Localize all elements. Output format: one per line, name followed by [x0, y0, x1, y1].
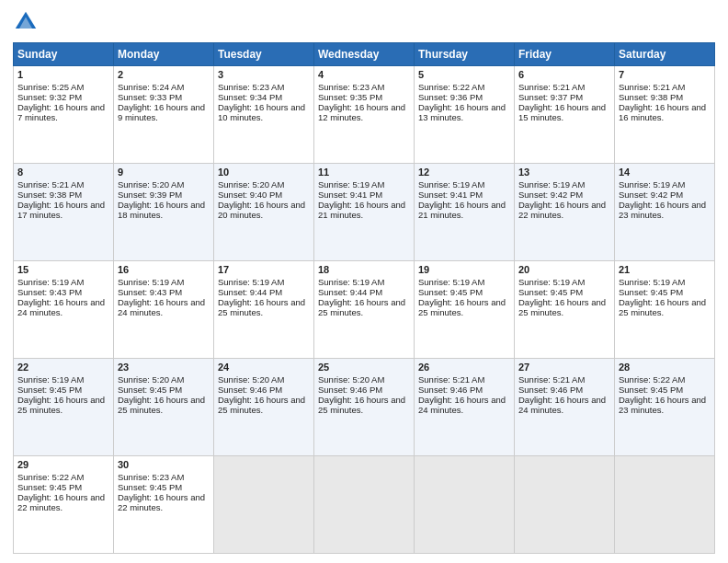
sunrise-text: Sunrise: 5:20 AM: [218, 179, 284, 190]
sunset-text: Sunset: 9:34 PM: [218, 92, 282, 102]
sunrise-text: Sunrise: 5:19 AM: [418, 277, 484, 287]
day-number: 14: [619, 167, 711, 178]
daylight-text: Daylight: 16 hours and 25 minutes.: [118, 395, 205, 415]
sunrise-text: Sunrise: 5:22 AM: [418, 82, 484, 92]
sunset-text: Sunset: 9:40 PM: [218, 190, 282, 200]
calendar-cell: 26 Sunrise: 5:21 AM Sunset: 9:46 PM Dayl…: [415, 359, 515, 456]
header: [13, 9, 715, 35]
daylight-text: Daylight: 16 hours and 17 minutes.: [17, 200, 105, 220]
calendar-cell: 13 Sunrise: 5:19 AM Sunset: 9:42 PM Dayl…: [515, 164, 615, 261]
daylight-text: Daylight: 16 hours and 13 minutes.: [418, 102, 506, 122]
sunrise-text: Sunrise: 5:21 AM: [518, 82, 585, 92]
sunset-text: Sunset: 9:45 PM: [17, 385, 82, 395]
sunrise-text: Sunrise: 5:19 AM: [518, 179, 585, 190]
day-number: 5: [418, 69, 510, 80]
day-number: 7: [619, 69, 711, 80]
daylight-text: Daylight: 16 hours and 22 minutes.: [118, 492, 205, 512]
sunset-text: Sunset: 9:41 PM: [318, 190, 382, 200]
sunset-text: Sunset: 9:38 PM: [17, 190, 82, 200]
daylight-text: Daylight: 16 hours and 25 minutes.: [518, 297, 606, 317]
daylight-text: Daylight: 16 hours and 24 minutes.: [17, 297, 105, 317]
sunset-text: Sunset: 9:43 PM: [118, 287, 182, 297]
calendar-cell: 20 Sunrise: 5:19 AM Sunset: 9:45 PM Dayl…: [515, 261, 615, 359]
sunset-text: Sunset: 9:45 PM: [118, 482, 182, 492]
daylight-text: Daylight: 16 hours and 10 minutes.: [218, 102, 305, 122]
daylight-text: Daylight: 16 hours and 16 minutes.: [619, 102, 706, 122]
sunrise-text: Sunrise: 5:19 AM: [17, 277, 84, 287]
daylight-text: Daylight: 16 hours and 22 minutes.: [17, 492, 105, 512]
sunrise-text: Sunrise: 5:21 AM: [418, 374, 484, 385]
sunrise-text: Sunrise: 5:19 AM: [518, 277, 585, 287]
day-number: 21: [619, 264, 711, 275]
calendar-cell: 8 Sunrise: 5:21 AM Sunset: 9:38 PM Dayli…: [14, 164, 114, 261]
day-number: 19: [418, 264, 510, 275]
day-number: 27: [518, 362, 610, 373]
sunrise-text: Sunrise: 5:23 AM: [318, 82, 384, 92]
sunrise-text: Sunrise: 5:21 AM: [518, 374, 585, 385]
calendar-cell: 1 Sunrise: 5:25 AM Sunset: 9:32 PM Dayli…: [14, 66, 114, 164]
calendar-cell: 25 Sunrise: 5:20 AM Sunset: 9:46 PM Dayl…: [314, 359, 415, 456]
sunset-text: Sunset: 9:45 PM: [17, 482, 82, 492]
sunrise-text: Sunrise: 5:23 AM: [218, 82, 284, 92]
calendar-cell: 21 Sunrise: 5:19 AM Sunset: 9:45 PM Dayl…: [615, 261, 715, 359]
sunset-text: Sunset: 9:39 PM: [118, 190, 182, 200]
sunset-text: Sunset: 9:42 PM: [518, 190, 583, 200]
sunrise-text: Sunrise: 5:19 AM: [218, 277, 284, 287]
logo-icon: [13, 9, 39, 35]
daylight-text: Daylight: 16 hours and 7 minutes.: [17, 102, 105, 122]
day-header-thursday: Thursday: [415, 43, 515, 66]
calendar-week-4: 22 Sunrise: 5:19 AM Sunset: 9:45 PM Dayl…: [14, 359, 715, 456]
day-header-tuesday: Tuesday: [214, 43, 314, 66]
day-number: 17: [218, 264, 310, 275]
sunrise-text: Sunrise: 5:22 AM: [17, 472, 84, 482]
day-number: 4: [318, 69, 410, 80]
daylight-text: Daylight: 16 hours and 12 minutes.: [318, 102, 405, 122]
day-number: 3: [218, 69, 310, 80]
day-number: 24: [218, 362, 310, 373]
daylight-text: Daylight: 16 hours and 21 minutes.: [418, 200, 506, 220]
daylight-text: Daylight: 16 hours and 21 minutes.: [318, 200, 405, 220]
day-number: 23: [118, 362, 210, 373]
daylight-text: Daylight: 16 hours and 22 minutes.: [518, 200, 606, 220]
sunrise-text: Sunrise: 5:25 AM: [17, 82, 84, 92]
calendar-cell: [314, 456, 415, 554]
sunset-text: Sunset: 9:37 PM: [518, 92, 583, 102]
sunrise-text: Sunrise: 5:21 AM: [17, 179, 84, 190]
day-number: 2: [118, 69, 210, 80]
calendar-cell: 28 Sunrise: 5:22 AM Sunset: 9:45 PM Dayl…: [615, 359, 715, 456]
sunrise-text: Sunrise: 5:19 AM: [418, 179, 484, 190]
day-header-monday: Monday: [114, 43, 214, 66]
sunrise-text: Sunrise: 5:22 AM: [619, 374, 685, 385]
daylight-text: Daylight: 16 hours and 18 minutes.: [118, 200, 205, 220]
day-number: 30: [118, 459, 210, 470]
sunrise-text: Sunrise: 5:19 AM: [118, 277, 184, 287]
day-number: 13: [518, 167, 610, 178]
calendar-cell: 2 Sunrise: 5:24 AM Sunset: 9:33 PM Dayli…: [114, 66, 214, 164]
calendar-cell: 19 Sunrise: 5:19 AM Sunset: 9:45 PM Dayl…: [415, 261, 515, 359]
calendar-cell: [615, 456, 715, 554]
daylight-text: Daylight: 16 hours and 25 minutes.: [318, 297, 405, 317]
calendar-cell: [214, 456, 314, 554]
calendar-cell: 18 Sunrise: 5:19 AM Sunset: 9:44 PM Dayl…: [314, 261, 415, 359]
calendar-cell: 30 Sunrise: 5:23 AM Sunset: 9:45 PM Dayl…: [114, 456, 214, 554]
day-header-friday: Friday: [515, 43, 615, 66]
sunset-text: Sunset: 9:46 PM: [418, 385, 483, 395]
sunset-text: Sunset: 9:45 PM: [418, 287, 483, 297]
day-number: 22: [17, 362, 109, 373]
calendar-week-5: 29 Sunrise: 5:22 AM Sunset: 9:45 PM Dayl…: [14, 456, 715, 554]
sunset-text: Sunset: 9:45 PM: [118, 385, 182, 395]
sunset-text: Sunset: 9:44 PM: [318, 287, 382, 297]
day-number: 15: [17, 264, 109, 275]
day-number: 9: [118, 167, 210, 178]
daylight-text: Daylight: 16 hours and 25 minutes.: [218, 395, 305, 415]
calendar-cell: 12 Sunrise: 5:19 AM Sunset: 9:41 PM Dayl…: [415, 164, 515, 261]
day-number: 18: [318, 264, 410, 275]
sunset-text: Sunset: 9:45 PM: [619, 287, 683, 297]
calendar-cell: 14 Sunrise: 5:19 AM Sunset: 9:42 PM Dayl…: [615, 164, 715, 261]
day-number: 26: [418, 362, 510, 373]
sunrise-text: Sunrise: 5:19 AM: [619, 277, 685, 287]
day-number: 11: [318, 167, 410, 178]
calendar-cell: 23 Sunrise: 5:20 AM Sunset: 9:45 PM Dayl…: [114, 359, 214, 456]
sunrise-text: Sunrise: 5:19 AM: [17, 374, 84, 385]
daylight-text: Daylight: 16 hours and 24 minutes.: [118, 297, 205, 317]
